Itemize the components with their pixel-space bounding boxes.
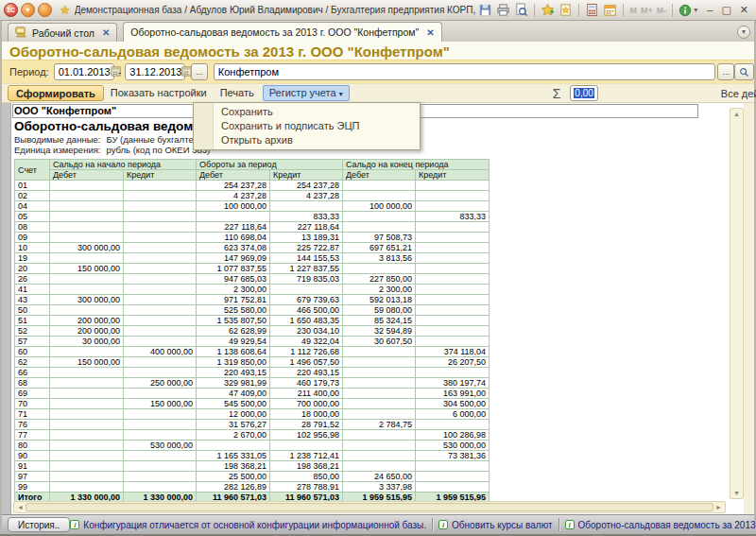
favorites-icon[interactable] — [558, 3, 573, 17]
period-from-input[interactable]: 01.01.2013 — [54, 63, 114, 80]
table-row[interactable]: 20150 000,001 077 837,551 227 837,55 — [15, 264, 490, 274]
print-button[interactable]: Печать — [214, 85, 261, 101]
tab-list-button[interactable]: ▾ — [737, 26, 750, 39]
table-row[interactable]: 52200 000,0062 628,99230 034,1032 594,89 — [15, 326, 490, 337]
amount-cell: 833,33 — [416, 212, 490, 222]
table-row[interactable]: 05833,33833,33 — [15, 212, 490, 222]
table-row[interactable]: 901 165 331,051 238 712,4173 381,36 — [15, 451, 490, 461]
scroll-up-icon[interactable]: ▲ — [730, 111, 743, 117]
table-row[interactable]: 66220 493,15220 493,15 — [15, 368, 490, 378]
table-row[interactable]: 412 300,002 300,00 — [15, 285, 490, 295]
amount-cell — [124, 233, 197, 243]
menu-item[interactable]: Сохранить — [194, 105, 420, 119]
table-row[interactable]: 26947 685,03719 835,03227 850,00 — [15, 274, 490, 285]
scroll-down-icon[interactable]: ▼ — [730, 490, 743, 496]
menu-item[interactable]: Открыть архив — [194, 133, 420, 147]
group-header-opening: Сальдо на начало периода — [50, 160, 197, 170]
table-row[interactable]: 80530 000,00530 000,00 — [15, 441, 490, 451]
table-row[interactable]: 43300 000,00971 752,81679 739,63592 013,… — [15, 295, 490, 305]
scrollbar-thumb[interactable] — [26, 503, 713, 511]
table-row[interactable]: 08227 118,64227 118,64 — [15, 222, 490, 233]
print-icon[interactable] — [496, 3, 510, 17]
scroll-right-icon[interactable]: ► — [715, 504, 722, 510]
table-row[interactable]: 10300 000,00623 374,08225 722,87697 651,… — [15, 243, 490, 253]
amount-cell: 466 500,00 — [270, 305, 343, 316]
calendar-icon[interactable] — [603, 3, 617, 17]
all-actions-button[interactable]: Все действия ▾ — [721, 88, 756, 99]
tab-close-icon[interactable]: ✕ — [426, 27, 434, 38]
table-row[interactable]: 6947 409,00211 400,00163 991,00 — [15, 389, 490, 399]
sum-input[interactable]: 0,00 — [570, 85, 597, 101]
app-menu-button[interactable]: 1С — [4, 3, 18, 17]
scroll-left-icon[interactable]: ◄ — [17, 504, 24, 510]
minimize-button[interactable]: – — [707, 5, 713, 15]
status-message[interactable]: iОборотно-сальдовая ведомость за 2013 г.… — [565, 520, 756, 530]
memory-m-button[interactable]: M — [629, 6, 637, 15]
table-row[interactable]: 04100 000,00100 000,00 — [15, 201, 490, 212]
amount-cell — [50, 399, 124, 409]
show-settings-button[interactable]: Показать настройки — [104, 85, 214, 101]
maximize-button[interactable]: ▢ — [721, 5, 730, 15]
table-row[interactable]: 51200 000,001 535 807,501 650 483,3585 3… — [15, 316, 490, 326]
table-row[interactable]: 09110 698,0413 189,3197 508,73 — [15, 233, 490, 243]
print-preview-icon[interactable] — [514, 3, 528, 17]
table-row[interactable]: 99282 126,89278 788,913 337,98 — [15, 482, 490, 493]
vertical-scrollbar[interactable]: ▲ ▼ — [730, 108, 744, 499]
table-row[interactable]: 5730 000,0049 929,5449 322,0430 607,50 — [15, 337, 490, 347]
sub-header-credit: Кредит — [416, 170, 490, 181]
generate-button[interactable]: Сформировать — [8, 85, 104, 101]
nav-menu-button[interactable]: ▾ — [21, 3, 35, 17]
menu-item[interactable]: Сохранить и подписать ЭЦП — [194, 119, 420, 133]
amount-cell: 12 000,00 — [197, 409, 270, 420]
table-row[interactable]: 024 237,284 237,28 — [15, 191, 490, 201]
table-row[interactable]: 60400 000,001 138 608,641 112 726,68374 … — [15, 347, 490, 357]
amount-cell: 278 788,91 — [270, 482, 343, 493]
amount-cell: 100 286,98 — [416, 430, 490, 441]
status-message[interactable]: iКонфигурация отличается от основной кон… — [70, 520, 426, 530]
table-row[interactable]: 772 670,00102 956,98100 286,98 — [15, 430, 490, 441]
table-row[interactable]: 50525 580,00466 500,0059 080,00 — [15, 305, 490, 316]
amount-cell — [50, 201, 124, 212]
table-row[interactable]: 01254 237,28254 237,28 — [15, 181, 490, 191]
tab-label: Оборотно-сальдовая ведомость за 2013 г. … — [130, 26, 419, 38]
table-row[interactable]: 7112 000,0018 000,006 000,00 — [15, 409, 490, 420]
organization-choose-button[interactable]: ... — [717, 63, 734, 80]
horizontal-scrollbar[interactable]: ◄ ► — [13, 501, 726, 513]
separator — [534, 4, 535, 17]
register-menu-button[interactable]: Регистр учета ▾ — [263, 85, 350, 101]
table-row[interactable]: 9725 500,00850,0024 650,00 — [15, 472, 490, 482]
memory-m-minus-button[interactable]: M- — [657, 6, 667, 15]
amount-cell: 227 118,64 — [197, 222, 270, 233]
close-button[interactable]: ✕ — [740, 5, 748, 15]
tab-desktop[interactable]: Рабочий стол ✕ — [8, 23, 117, 42]
table-row[interactable]: 91198 368,21198 368,21 — [15, 461, 490, 472]
status-message[interactable]: iОбновить курсы валют — [438, 520, 552, 530]
table-row[interactable]: 70150 000,00545 500,00700 000,00304 500,… — [15, 399, 490, 409]
amount-cell — [50, 461, 124, 472]
amount-cell: 150 000,00 — [50, 357, 124, 368]
info-menu-button[interactable]: ▾ — [679, 4, 697, 17]
desktop-icon — [15, 26, 27, 40]
amount-cell: 833,33 — [270, 212, 343, 222]
amount-cell: 227 118,64 — [270, 222, 343, 233]
tab-report[interactable]: Оборотно-сальдовая ведомость за 2013 г. … — [123, 22, 441, 42]
amount-cell — [124, 222, 197, 233]
history-button[interactable]: История.. — [8, 517, 70, 532]
favorites-star-icon[interactable]: ★ — [60, 3, 71, 17]
calculator-icon[interactable] — [585, 3, 599, 17]
save-icon[interactable] — [478, 3, 492, 17]
amount-cell — [343, 222, 416, 233]
table-row[interactable]: 62150 000,001 319 850,001 496 057,5026 2… — [15, 357, 490, 368]
service-button[interactable] — [38, 3, 52, 17]
organization-input[interactable]: Конфетпром — [214, 63, 716, 80]
table-row[interactable]: 68250 000,00329 981,99460 179,73380 197,… — [15, 378, 490, 389]
table-row[interactable]: 7631 576,2728 791,522 784,75 — [15, 420, 490, 430]
period-choose-button[interactable]: ... — [191, 63, 208, 80]
memory-m-plus-button[interactable]: M+ — [641, 6, 653, 15]
period-to-input[interactable]: 31.12.2013 — [125, 63, 185, 80]
table-row[interactable]: 19147 969,09144 155,533 813,56 — [15, 253, 490, 264]
organization-search-button[interactable] — [734, 63, 754, 80]
amount-cell — [124, 357, 197, 368]
tab-close-icon[interactable]: ✕ — [102, 27, 110, 38]
add-favorite-icon[interactable] — [541, 3, 555, 17]
